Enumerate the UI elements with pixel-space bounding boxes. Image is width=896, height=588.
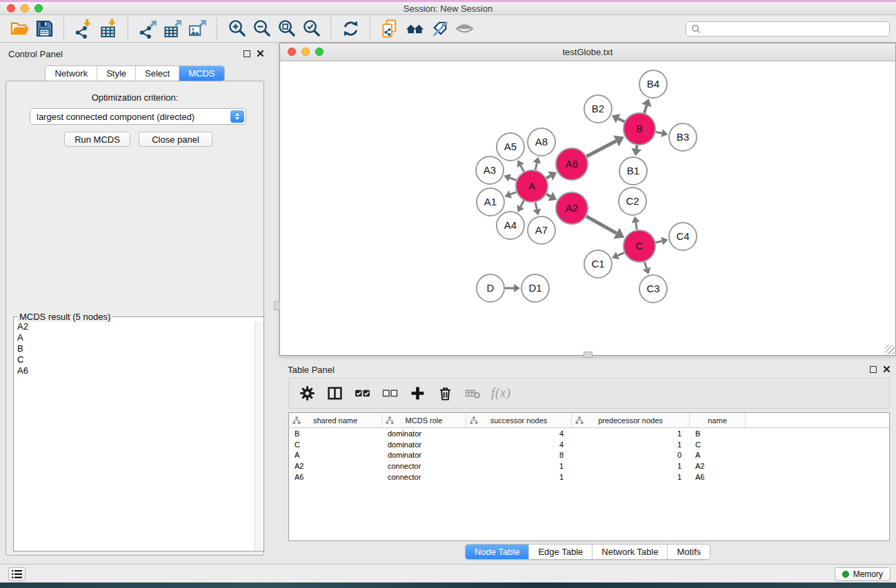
table-cell[interactable]: A6 [690, 473, 746, 481]
table-cell[interactable]: 1 [572, 440, 690, 449]
table-cell[interactable]: dominator [382, 440, 466, 449]
search-field[interactable] [686, 21, 890, 37]
table-cell[interactable]: 1 [572, 473, 690, 481]
graph-edge-A-A4[interactable] [521, 201, 524, 207]
graph-edge-C-C3[interactable] [644, 262, 646, 269]
table-cell[interactable]: B [690, 429, 746, 438]
clone-network-icon[interactable] [377, 17, 402, 41]
graph-edge-B-B2[interactable] [618, 119, 624, 121]
graph-edge-A-A3[interactable] [510, 178, 517, 181]
table-cell[interactable]: A2 [289, 462, 382, 470]
column-header-MCDS-role[interactable]: MCDS role [382, 413, 466, 427]
table-cell[interactable]: 1 [572, 429, 690, 438]
float-panel-icon[interactable] [870, 366, 877, 373]
select-all-checked-icon[interactable] [353, 385, 371, 403]
home-view-icon[interactable] [402, 17, 427, 41]
delete-column-icon[interactable] [436, 385, 454, 403]
table-cell[interactable]: C [690, 440, 746, 449]
table-cell[interactable]: C [289, 440, 382, 449]
graph-edge-A-A5[interactable] [521, 165, 524, 172]
mcds-result-item[interactable]: A2 [17, 321, 255, 332]
vertical-splitter-grip[interactable] [274, 301, 280, 310]
table-row[interactable]: Cdominator41C [289, 439, 889, 450]
graph-edge-A2-C[interactable] [586, 216, 617, 234]
tab-network-table[interactable]: Network Table [592, 545, 667, 559]
save-session-icon[interactable] [32, 17, 57, 41]
zoom-fit-icon[interactable] [274, 17, 299, 41]
graph-edge-A-A8[interactable] [535, 163, 537, 170]
tab-motifs[interactable]: Motifs [667, 545, 710, 559]
tab-select[interactable]: Select [135, 66, 179, 81]
gear-icon[interactable] [298, 385, 316, 403]
tab-network[interactable]: Network [46, 66, 97, 81]
search-input[interactable] [704, 23, 889, 35]
table-cell[interactable]: connector [382, 462, 466, 470]
table-cell[interactable]: 4 [466, 440, 572, 449]
window-resize-grip[interactable] [885, 345, 895, 354]
table-row[interactable]: A2connector11A2 [289, 460, 889, 472]
memory-button[interactable]: Memory [835, 567, 890, 581]
tab-node-table[interactable]: Node Table [466, 545, 529, 559]
graph-edge-C-C2[interactable] [636, 223, 637, 230]
tab-style[interactable]: Style [97, 66, 135, 81]
task-history-button[interactable] [8, 567, 26, 581]
column-view-icon[interactable] [326, 385, 344, 403]
table-cell[interactable]: connector [382, 473, 466, 481]
graph-edge-A-A7[interactable] [535, 202, 537, 209]
refresh-icon[interactable] [338, 17, 363, 41]
mcds-result-list[interactable]: A2ABCA6 [14, 321, 255, 550]
table-cell[interactable]: 1 [466, 462, 572, 470]
tab-mcds[interactable]: MCDS [179, 66, 223, 81]
import-table-icon[interactable] [96, 17, 121, 41]
main-titlebar[interactable]: Session: New Session [0, 2, 896, 15]
column-header-predecessor-nodes[interactable]: predecessor nodes [572, 413, 690, 427]
mcds-result-item[interactable]: B [17, 343, 255, 354]
network-window-titlebar[interactable]: testGlobe.txt [280, 43, 895, 61]
run-mcds-button[interactable]: Run MCDS [64, 132, 130, 147]
table-cell[interactable]: A6 [289, 473, 382, 481]
table-cell[interactable]: dominator [382, 451, 466, 459]
graph-edge-C-C4[interactable] [655, 241, 661, 243]
mcds-result-item[interactable]: C [17, 354, 255, 365]
graph-edge-C-C1[interactable] [617, 253, 624, 256]
column-header-shared-name[interactable]: shared name [289, 413, 382, 427]
graph-edge-B-B1[interactable] [637, 145, 637, 149]
graph-edge-A-A2[interactable] [546, 194, 550, 196]
close-panel-button[interactable]: Close panel [139, 132, 212, 147]
close-panel-icon[interactable] [883, 365, 890, 373]
horizontal-splitter-grip[interactable] [584, 352, 593, 358]
import-network-icon[interactable] [71, 17, 96, 41]
open-file-icon[interactable] [7, 17, 32, 41]
zoom-selected-icon[interactable] [299, 17, 323, 41]
table-cell[interactable]: 0 [572, 451, 690, 459]
close-panel-icon[interactable] [257, 50, 264, 57]
criterion-dropdown[interactable]: largest connected component (directed) [30, 108, 246, 125]
hide-graphics-details-icon[interactable] [427, 17, 452, 41]
table-cell[interactable]: A [690, 451, 746, 459]
tab-edge-table[interactable]: Edge Table [528, 545, 592, 559]
table-row[interactable]: A6connector11A6 [289, 472, 889, 483]
table-cell[interactable]: 8 [466, 451, 572, 459]
table-cell[interactable]: 1 [572, 462, 690, 470]
column-header-successor-nodes[interactable]: successor nodes [466, 413, 572, 427]
graph-edge-A6-B[interactable] [586, 141, 616, 156]
column-header-name[interactable]: name [690, 413, 746, 427]
deselect-all-icon[interactable] [381, 385, 399, 403]
graph-edge-A-A6[interactable] [546, 176, 550, 178]
table-cell[interactable]: B [289, 429, 382, 438]
float-panel-icon[interactable] [243, 50, 250, 57]
table-cell[interactable]: A2 [690, 462, 746, 470]
table-cell[interactable]: A [289, 451, 382, 459]
list-scrollbar[interactable] [255, 321, 263, 550]
zoom-out-icon[interactable] [249, 17, 274, 41]
table-row[interactable]: Adominator80A [289, 449, 889, 460]
graph-edge-A-A1[interactable] [510, 192, 517, 194]
graph-edge-B-B3[interactable] [656, 132, 662, 133]
table-cell[interactable]: 4 [466, 429, 572, 438]
delete-table-icon[interactable] [464, 385, 481, 403]
mcds-result-item[interactable]: A6 [17, 365, 255, 376]
export-network-icon[interactable] [135, 17, 160, 41]
table-row[interactable]: Bdominator41B [289, 428, 889, 439]
table-cell[interactable]: dominator [382, 429, 466, 438]
table-cell[interactable]: 1 [466, 473, 572, 481]
